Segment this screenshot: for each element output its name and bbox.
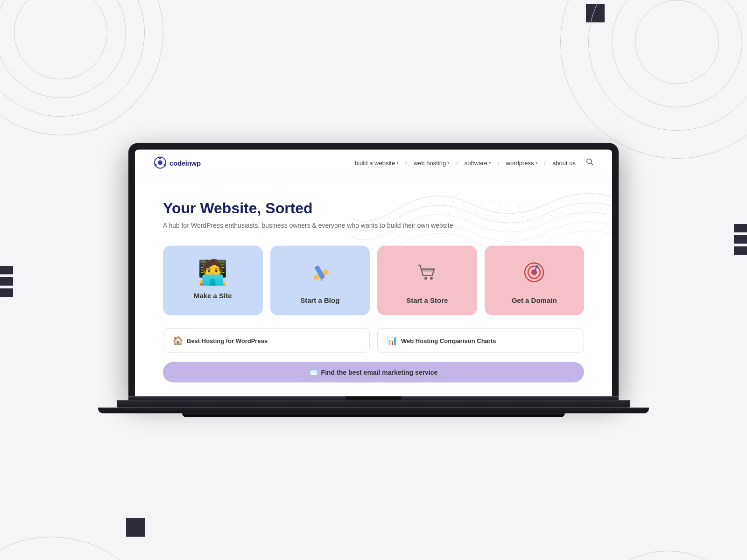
comparison-charts-icon: 📊 (387, 336, 397, 346)
laptop-container: codeinwp build a website ▾ / web (128, 143, 619, 417)
logo-icon (154, 156, 167, 169)
bottom-links: 🏠 Best Hosting for WordPress 📊 Web Hosti… (163, 329, 584, 353)
nav-link-software[interactable]: software ▾ (462, 157, 494, 168)
make-a-site-icon: 🧑‍💻 (197, 260, 228, 284)
svg-point-1 (158, 161, 162, 165)
comparison-charts-label: Web Hosting Comparison Charts (401, 337, 496, 344)
card-start-a-store-label: Start a Store (406, 296, 448, 304)
card-start-a-store[interactable]: Start a Store (377, 246, 477, 315)
laptop-hinge (128, 397, 619, 400)
svg-point-36 (607, 209, 608, 210)
comparison-charts-link[interactable]: 📊 Web Hosting Comparison Charts (377, 329, 584, 353)
nav-link-about[interactable]: about us (550, 157, 578, 168)
best-hosting-link[interactable]: 🏠 Best Hosting for WordPress (163, 329, 370, 353)
hero-subtitle: A hub for WordPress enthusiasts, busines… (163, 222, 584, 229)
cards-grid: 🧑‍💻 Make a Site (163, 246, 584, 315)
nav-link-build[interactable]: build a website ▾ (352, 157, 402, 168)
chevron-down-icon: ▾ (489, 161, 491, 165)
start-a-store-icon (415, 260, 440, 289)
card-get-a-domain[interactable]: Get a Domain (485, 246, 585, 315)
svg-point-3 (164, 164, 166, 166)
svg-point-4 (155, 164, 157, 166)
best-hosting-icon: 🏠 (173, 336, 183, 346)
svg-point-2 (159, 157, 162, 159)
card-make-a-site[interactable]: 🧑‍💻 Make a Site (163, 246, 263, 315)
laptop-screen: codeinwp build a website ▾ / web (135, 150, 612, 397)
nav-item-about[interactable]: about us (550, 157, 578, 168)
svg-marker-46 (536, 265, 539, 267)
nav-links: build a website ▾ / web hosting ▾ / (352, 157, 578, 168)
svg-point-29 (542, 217, 543, 219)
nav-link-wordpress[interactable]: wordpress ▾ (503, 157, 541, 168)
laptop-foot (182, 413, 565, 417)
svg-point-41 (430, 277, 433, 280)
navigation: codeinwp build a website ▾ / web (135, 150, 612, 176)
laptop-screen-frame: codeinwp build a website ▾ / web (128, 143, 619, 397)
nav-item-software[interactable]: software ▾ (462, 157, 494, 168)
website-content: codeinwp build a website ▾ / web (135, 150, 612, 397)
chevron-down-icon: ▾ (447, 161, 450, 165)
svg-point-35 (598, 207, 599, 209)
laptop-base (117, 400, 630, 408)
svg-point-34 (588, 210, 590, 211)
decor-rect-top-right (586, 4, 605, 22)
email-cta-icon: ✉️ (310, 369, 317, 376)
svg-point-40 (424, 277, 427, 280)
nav-item-build[interactable]: build a website ▾ (352, 157, 402, 168)
search-icon[interactable] (586, 158, 593, 168)
nav-separator-1: / (403, 159, 409, 166)
chevron-down-icon: ▾ (536, 161, 538, 165)
card-start-a-blog[interactable]: Start a Blog (270, 246, 370, 315)
decor-rect-bottom-left (126, 518, 145, 537)
card-get-a-domain-label: Get a Domain (512, 296, 557, 304)
start-a-blog-icon (307, 260, 332, 289)
card-make-a-site-label: Make a Site (194, 292, 232, 300)
chevron-down-icon: ▾ (396, 161, 399, 165)
card-start-a-blog-label: Start a Blog (300, 296, 339, 304)
logo-text: codeinwp (169, 159, 201, 167)
logo-link[interactable]: codeinwp (154, 156, 201, 169)
nav-separator-4: / (543, 159, 548, 166)
decor-rects-right (734, 224, 747, 255)
nav-link-hosting[interactable]: web hosting ▾ (411, 157, 452, 168)
hero-title: Your Website, Sorted (163, 200, 584, 217)
nav-separator-2: / (454, 159, 460, 166)
nav-separator-3: / (496, 159, 501, 166)
get-a-domain-icon (521, 260, 547, 289)
svg-line-6 (591, 163, 593, 165)
laptop-notch (345, 397, 402, 400)
decor-rects-left (0, 266, 13, 297)
nav-item-hosting[interactable]: web hosting ▾ (411, 157, 452, 168)
nav-item-wordpress[interactable]: wordpress ▾ (503, 157, 541, 168)
email-cta-label: Find the best email marketing service (321, 369, 438, 376)
email-cta-button[interactable]: ✉️ Find the best email marketing service (163, 362, 584, 383)
laptop-bottom-bar (98, 408, 649, 413)
hero-section: Your Website, Sorted A hub for WordPress… (135, 176, 612, 397)
best-hosting-label: Best Hosting for WordPress (187, 337, 268, 344)
